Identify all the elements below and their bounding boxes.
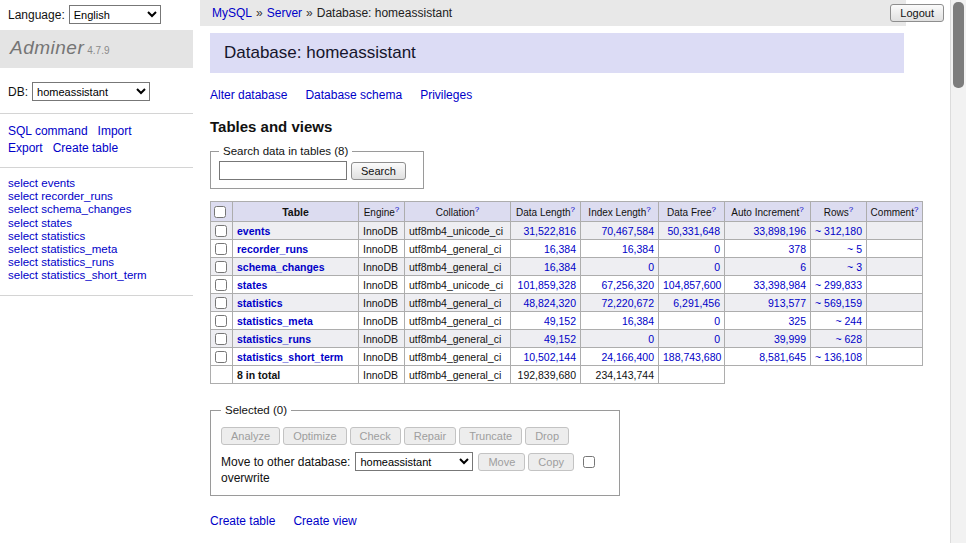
table-link[interactable]: statistics_short_term <box>237 351 343 363</box>
index-length-link[interactable]: 0 <box>648 333 654 345</box>
data-length-link[interactable]: 31,522,816 <box>523 225 576 237</box>
search-input[interactable] <box>219 161 347 180</box>
select-states-link[interactable]: select states <box>8 217 185 230</box>
rows-estimate-link[interactable]: ~ 299,833 <box>815 279 862 291</box>
rows-estimate-link[interactable]: ~ 628 <box>835 333 862 345</box>
database-schema-link[interactable]: Database schema <box>305 88 402 102</box>
row-checkbox-schema-changes[interactable] <box>215 261 227 273</box>
table-link[interactable]: events <box>237 225 270 237</box>
language-select[interactable]: English <box>69 5 161 24</box>
table-link[interactable]: statistics <box>237 297 283 309</box>
select-statistics-runs-link[interactable]: select statistics_runs <box>8 256 185 269</box>
row-checkbox-states[interactable] <box>215 279 227 291</box>
index-length-link[interactable]: 67,256,320 <box>601 279 654 291</box>
drop-button[interactable]: Drop <box>525 427 569 445</box>
export-link[interactable]: Export <box>8 141 43 155</box>
auto-increment-link[interactable]: 39,999 <box>774 333 806 345</box>
data-length-link[interactable]: 101,859,328 <box>518 279 576 291</box>
index-length-link[interactable]: 24,166,400 <box>601 351 654 363</box>
breadcrumb-mysql-link[interactable]: MySQL <box>212 6 252 20</box>
check-button[interactable]: Check <box>350 427 401 445</box>
db-select[interactable]: homeassistant <box>32 82 150 101</box>
data-length-link[interactable]: 48,824,320 <box>523 297 576 309</box>
help-link[interactable]: ? <box>799 205 803 214</box>
data-length-link[interactable]: 49,152 <box>544 333 576 345</box>
row-checkbox-statistics-meta[interactable] <box>215 315 227 327</box>
search-button[interactable]: Search <box>351 162 406 180</box>
index-length-link[interactable]: 70,467,584 <box>601 225 654 237</box>
select-all-checkbox[interactable] <box>214 206 226 218</box>
auto-increment-link[interactable]: 325 <box>788 315 806 327</box>
vertical-scrollbar[interactable] <box>950 0 966 543</box>
repair-button[interactable]: Repair <box>404 427 456 445</box>
create-table-link[interactable]: Create table <box>53 141 118 155</box>
import-link[interactable]: Import <box>98 124 132 138</box>
data-length-link[interactable]: 49,152 <box>544 315 576 327</box>
select-recorder-runs-link[interactable]: select recorder_runs <box>8 190 185 203</box>
index-length-link[interactable]: 16,384 <box>622 315 654 327</box>
data-length-link[interactable]: 16,384 <box>544 261 576 273</box>
row-checkbox-events[interactable] <box>215 225 227 237</box>
analyze-button[interactable]: Analyze <box>221 427 280 445</box>
row-checkbox-statistics-short-term[interactable] <box>215 351 227 363</box>
create-view-link[interactable]: Create view <box>293 514 356 528</box>
app-name-link[interactable]: Adminer <box>10 37 84 58</box>
table-link[interactable]: schema_changes <box>237 261 325 273</box>
help-link[interactable]: ? <box>395 205 399 214</box>
auto-increment-link[interactable]: 378 <box>788 243 806 255</box>
data-free-link[interactable]: 0 <box>714 261 720 273</box>
data-free-link[interactable]: 188,743,680 <box>663 351 721 363</box>
breadcrumb-server-link[interactable]: Server <box>267 6 302 20</box>
help-link[interactable]: ? <box>646 205 650 214</box>
copy-button[interactable]: Copy <box>528 453 574 471</box>
auto-increment-link[interactable]: 8,581,645 <box>759 351 806 363</box>
data-length-link[interactable]: 16,384 <box>544 243 576 255</box>
auto-increment-link[interactable]: 33,398,984 <box>753 279 806 291</box>
alter-database-link[interactable]: Alter database <box>210 88 287 102</box>
optimize-button[interactable]: Optimize <box>283 427 346 445</box>
data-free-link[interactable]: 50,331,648 <box>667 225 720 237</box>
index-length-link[interactable]: 0 <box>648 261 654 273</box>
help-link[interactable]: ? <box>914 205 918 214</box>
logout-button[interactable]: Logout <box>890 4 944 22</box>
auto-increment-link[interactable]: 913,577 <box>768 297 806 309</box>
overwrite-label[interactable]: overwrite <box>221 471 270 485</box>
help-link[interactable]: ? <box>475 205 479 214</box>
data-length-link[interactable]: 10,502,144 <box>523 351 576 363</box>
privileges-link[interactable]: Privileges <box>420 88 472 102</box>
row-checkbox-statistics[interactable] <box>215 297 227 309</box>
table-link[interactable]: statistics_runs <box>237 333 311 345</box>
rows-estimate-link[interactable]: ~ 569,159 <box>815 297 862 309</box>
move-db-select[interactable]: homeassistant <box>355 452 473 471</box>
data-free-link[interactable]: 0 <box>714 333 720 345</box>
scrollbar-thumb[interactable] <box>953 2 964 88</box>
select-statistics-meta-link[interactable]: select statistics_meta <box>8 243 185 256</box>
table-link[interactable]: statistics_meta <box>237 315 313 327</box>
rows-estimate-link[interactable]: ~ 3 <box>847 261 862 273</box>
index-length-link[interactable]: 72,220,672 <box>601 297 654 309</box>
row-checkbox-statistics-runs[interactable] <box>215 333 227 345</box>
select-statistics-link[interactable]: select statistics <box>8 230 185 243</box>
select-statistics-short-term-link[interactable]: select statistics_short_term <box>8 269 185 282</box>
help-link[interactable]: ? <box>571 205 575 214</box>
data-free-link[interactable]: 104,857,600 <box>663 279 721 291</box>
auto-increment-link[interactable]: 33,898,196 <box>753 225 806 237</box>
rows-estimate-link[interactable]: ~ 5 <box>847 243 862 255</box>
data-free-link[interactable]: 6,291,456 <box>673 297 720 309</box>
table-link[interactable]: states <box>237 279 267 291</box>
truncate-button[interactable]: Truncate <box>459 427 522 445</box>
help-link[interactable]: ? <box>712 205 716 214</box>
move-button[interactable]: Move <box>478 453 525 471</box>
create-table-link[interactable]: Create table <box>210 514 275 528</box>
rows-estimate-link[interactable]: ~ 244 <box>835 315 862 327</box>
table-link[interactable]: recorder_runs <box>237 243 308 255</box>
help-link[interactable]: ? <box>849 205 853 214</box>
select-events-link[interactable]: select events <box>8 177 185 190</box>
data-free-link[interactable]: 0 <box>714 243 720 255</box>
select-schema-changes-link[interactable]: select schema_changes <box>8 203 185 216</box>
overwrite-checkbox[interactable] <box>583 456 595 468</box>
data-free-link[interactable]: 0 <box>714 315 720 327</box>
sql-command-link[interactable]: SQL command <box>8 124 88 138</box>
index-length-link[interactable]: 16,384 <box>622 243 654 255</box>
rows-estimate-link[interactable]: ~ 136,108 <box>815 351 862 363</box>
